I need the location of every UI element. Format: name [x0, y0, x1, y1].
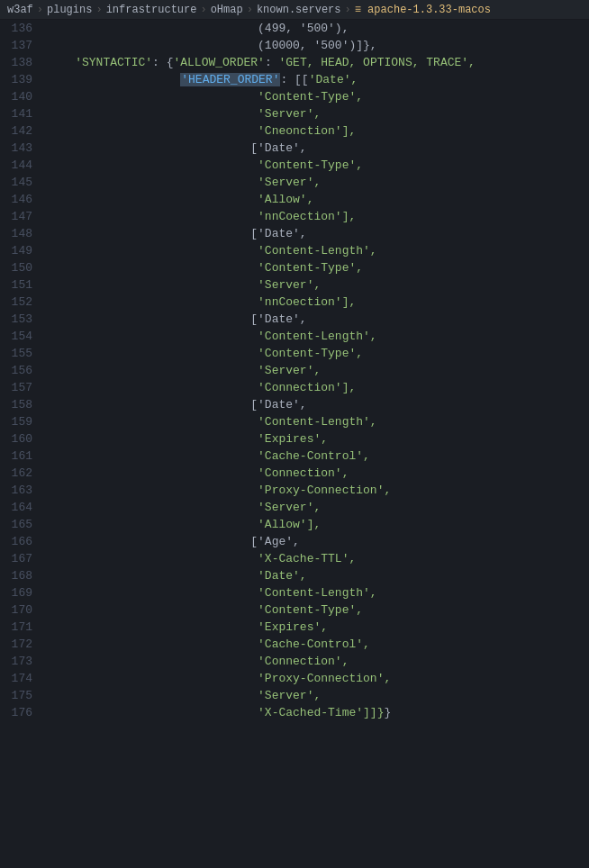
line-content[interactable]: 'Proxy-Connection', [43, 670, 589, 687]
token: } [384, 706, 391, 719]
line-content[interactable]: (499, '500'), [43, 20, 589, 37]
line-content[interactable]: 'Content-Length', [43, 413, 589, 430]
line-content[interactable]: 'Cneonction'], [43, 122, 589, 140]
line-number: 147 [0, 208, 43, 225]
token: 'Date', [258, 569, 307, 583]
token: 'GET, HEAD, OPTIONS, TRACE', [278, 56, 475, 69]
token [47, 484, 258, 497]
line-content[interactable]: 'Cache-Control', [43, 636, 589, 653]
token [47, 107, 258, 121]
line-content[interactable]: 'Content-Type', [43, 157, 589, 174]
line-content[interactable]: 'Connection', [43, 653, 589, 670]
line-content[interactable]: 'Content-Length', [43, 584, 589, 601]
line-content[interactable]: 'HEADER_ORDER': [['Date', [43, 71, 589, 88]
line-content[interactable]: ['Date', [43, 311, 589, 328]
token: 'Content-Type', [258, 261, 363, 275]
line-number: 136 [0, 20, 43, 37]
code-editor: 136 (499, '500'),137 (10000, '500')]},13… [0, 20, 589, 721]
token: ['Date', [250, 141, 306, 155]
token [47, 398, 250, 411]
line-content[interactable]: 'Expires', [43, 619, 589, 636]
line-content[interactable]: 'Connection', [43, 465, 589, 482]
token [47, 22, 258, 35]
token [47, 637, 258, 651]
line-number: 159 [0, 413, 43, 430]
line-content[interactable]: 'X-Cache-TTL', [43, 550, 589, 567]
token: (10000, '500')]}, [258, 39, 377, 52]
code-line: 175 'Server', [0, 687, 589, 704]
line-content[interactable]: 'nnCoection'], [43, 208, 589, 225]
line-content[interactable]: 'Content-Type', [43, 259, 589, 276]
token: 'ALLOW_ORDER' [173, 56, 264, 69]
line-content[interactable]: 'Content-Length', [43, 328, 589, 345]
line-content[interactable]: 'Server', [43, 276, 589, 294]
code-line: 137 (10000, '500')]}, [0, 37, 589, 54]
line-content[interactable]: ['Age', [43, 533, 589, 550]
line-content[interactable]: 'Content-Type', [43, 88, 589, 105]
token [47, 261, 258, 275]
token: 'Server', [258, 689, 321, 702]
code-line: 148 ['Date', [0, 225, 589, 242]
token [47, 364, 258, 377]
line-content[interactable]: 'Allow'], [43, 516, 589, 533]
line-content[interactable]: 'Allow', [43, 191, 589, 208]
line-content[interactable]: 'Server', [43, 687, 589, 704]
line-content[interactable]: 'SYNTACTIC': {'ALLOW_ORDER': 'GET, HEAD,… [43, 54, 589, 71]
line-content[interactable]: 'Proxy-Connection', [43, 482, 589, 499]
token [47, 124, 258, 138]
token: 'Cache-Control', [258, 449, 370, 463]
line-content[interactable]: ['Date', [43, 140, 589, 157]
token [47, 158, 258, 172]
token: 'Server', [258, 364, 321, 377]
breadcrumb-sep-4: › [247, 4, 253, 16]
line-content[interactable]: (10000, '500')]}, [43, 37, 589, 54]
token: 'Server', [258, 107, 321, 121]
token: 'Server', [258, 501, 321, 514]
line-content[interactable]: 'Server', [43, 105, 589, 122]
line-content[interactable]: 'Cache-Control', [43, 448, 589, 465]
token [47, 90, 258, 104]
line-content[interactable]: 'Server', [43, 499, 589, 516]
line-content[interactable]: 'Content-Type', [43, 345, 589, 362]
line-number: 137 [0, 37, 43, 54]
breadcrumb-sep-2: › [95, 4, 102, 16]
line-number: 145 [0, 174, 43, 191]
line-number: 151 [0, 276, 43, 294]
token: 'Server', [258, 278, 321, 292]
token: ['Age', [250, 535, 300, 548]
token: 'HEADER_ORDER' [180, 73, 280, 86]
line-content[interactable]: 'Content-Type', [43, 601, 589, 619]
token: 'Server', [258, 176, 321, 189]
breadcrumb-ohmap[interactable]: oHmap [211, 4, 243, 16]
line-number: 175 [0, 687, 43, 704]
token [47, 586, 258, 600]
line-content[interactable]: 'Connection'], [43, 379, 589, 396]
line-content[interactable]: 'Date', [43, 567, 589, 584]
code-line: 158 ['Date', [0, 396, 589, 413]
code-line: 156 'Server', [0, 362, 589, 379]
line-content[interactable]: 'Expires', [43, 430, 589, 448]
breadcrumb-w3af[interactable]: w3af [7, 4, 33, 16]
line-content[interactable]: 'X-Cached-Time']]}} [43, 704, 589, 721]
token [47, 432, 258, 446]
token [47, 620, 258, 634]
line-number: 152 [0, 294, 43, 311]
token: 'Content-Length', [258, 415, 377, 429]
breadcrumb-infrastructure[interactable]: infrastructure [106, 4, 197, 16]
line-number: 163 [0, 482, 43, 499]
line-content[interactable]: 'nnCoection'], [43, 294, 589, 311]
line-content[interactable]: ['Date', [43, 225, 589, 242]
code-line: 143 ['Date', [0, 140, 589, 157]
breadcrumb-plugins[interactable]: plugins [47, 4, 92, 16]
line-content[interactable]: ['Date', [43, 396, 589, 413]
line-content[interactable]: 'Content-Length', [43, 242, 589, 259]
line-content[interactable]: 'Server', [43, 362, 589, 379]
token: 'nnCoection'], [258, 295, 356, 309]
breadcrumb: w3af › plugins › infrastructure › oHmap … [0, 0, 589, 20]
code-line: 151 'Server', [0, 276, 589, 294]
breadcrumb-known-servers[interactable]: known.servers [257, 4, 341, 16]
line-number: 143 [0, 140, 43, 157]
line-content[interactable]: 'Server', [43, 174, 589, 191]
code-line: 155 'Content-Type', [0, 345, 589, 362]
breadcrumb-file[interactable]: ≡ apache-1.3.33-macos [355, 4, 491, 16]
